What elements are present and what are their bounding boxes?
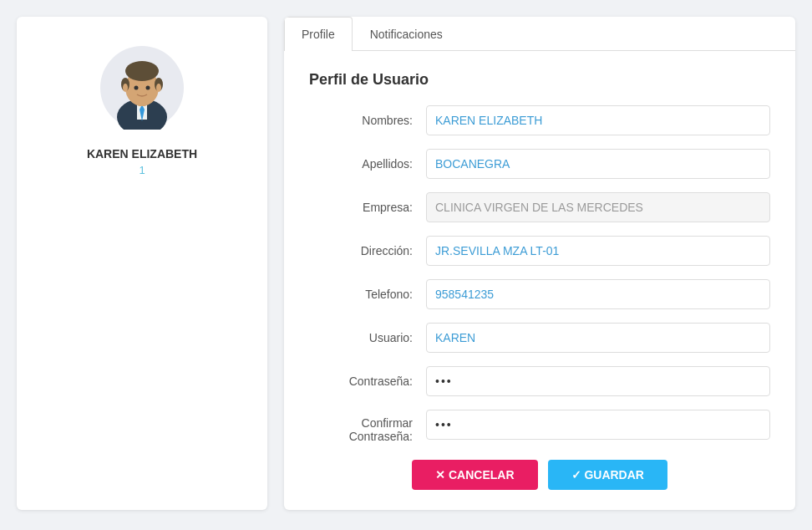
- svg-point-12: [156, 84, 161, 92]
- tabs: Profile Notificaciones: [284, 17, 795, 51]
- direccion-row: Dirección:: [309, 236, 770, 266]
- left-panel: KAREN ELIZABETH 1: [17, 17, 267, 510]
- nombres-label: Nombres:: [309, 114, 426, 127]
- buttons-row: ✕ CANCELAR ✓ GUARDAR: [309, 460, 770, 490]
- telefono-input[interactable]: [426, 279, 770, 309]
- usuario-input[interactable]: [426, 323, 770, 353]
- empresa-label: Empresa:: [309, 201, 426, 214]
- usuario-label: Usuario:: [309, 331, 426, 344]
- user-id: 1: [139, 164, 145, 176]
- apellidos-input[interactable]: [426, 149, 770, 179]
- contrasena-input[interactable]: [426, 366, 770, 396]
- svg-point-9: [134, 86, 139, 90]
- contrasena-label: Contraseña:: [309, 375, 426, 388]
- empresa-input: [426, 192, 770, 222]
- confirm-contrasena-label: ConfirmarContraseña:: [309, 410, 426, 443]
- form-area: Perfil de Usuario Nombres: Apellidos: Em…: [284, 51, 795, 510]
- tab-profile[interactable]: Profile: [284, 17, 353, 51]
- apellidos-label: Apellidos:: [309, 157, 426, 171]
- telefono-label: Telefono:: [309, 288, 426, 301]
- svg-point-10: [146, 86, 150, 90]
- svg-point-11: [123, 84, 128, 92]
- avatar: [96, 42, 188, 134]
- cancel-button[interactable]: ✕ CANCELAR: [412, 460, 537, 490]
- usuario-row: Usuario:: [309, 323, 770, 353]
- direccion-label: Dirección:: [309, 244, 426, 257]
- form-title: Perfil de Usuario: [309, 71, 770, 89]
- apellidos-row: Apellidos:: [309, 149, 770, 179]
- save-button[interactable]: ✓ GUARDAR: [548, 460, 667, 490]
- nombres-input[interactable]: [426, 105, 770, 135]
- direccion-input[interactable]: [426, 236, 770, 266]
- empresa-row: Empresa:: [309, 192, 770, 222]
- tab-notificaciones[interactable]: Notificaciones: [353, 17, 460, 51]
- svg-point-6: [125, 61, 159, 81]
- contrasena-row: Contraseña:: [309, 366, 770, 396]
- confirm-contrasena-input[interactable]: [426, 410, 770, 440]
- confirm-contrasena-row: ConfirmarContraseña:: [309, 410, 770, 443]
- user-name: KAREN ELIZABETH: [87, 147, 197, 161]
- telefono-row: Telefono:: [309, 279, 770, 309]
- nombres-row: Nombres:: [309, 105, 770, 135]
- right-panel: Profile Notificaciones Perfil de Usuario…: [284, 17, 795, 510]
